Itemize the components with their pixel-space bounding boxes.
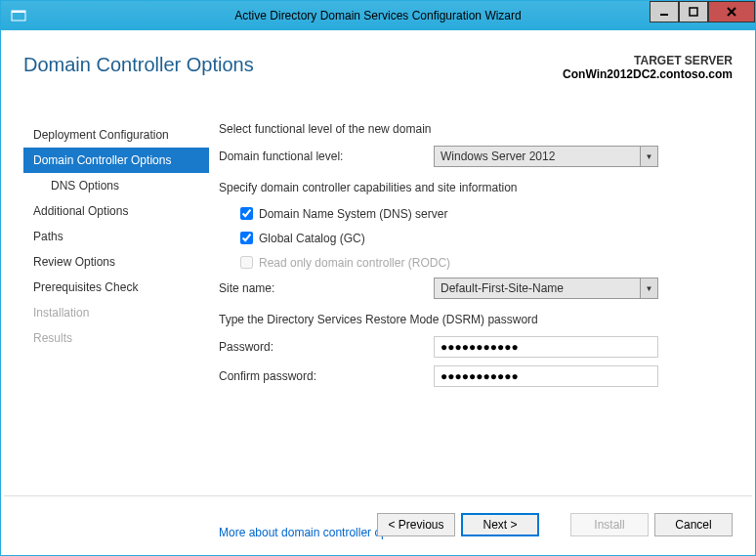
dns-checkbox-row: Domain Name System (DNS) server	[219, 204, 723, 223]
app-icon	[9, 6, 28, 25]
domain-functional-level-value: Windows Server 2012	[435, 147, 640, 166]
sidebar-item-paths[interactable]: Paths	[23, 224, 209, 249]
sidebar-item-installation: Installation	[23, 300, 209, 325]
chevron-down-icon[interactable]: ▼	[640, 278, 657, 298]
target-server-block: TARGET SERVER ConWin2012DC2.contoso.com	[563, 54, 733, 81]
sidebar-item-additional-options[interactable]: Additional Options	[23, 198, 209, 224]
dns-checkbox[interactable]	[240, 207, 253, 220]
confirm-password-input[interactable]	[434, 365, 658, 387]
gc-checkbox-row: Global Catalog (GC)	[219, 229, 723, 247]
main-panel: Select functional level of the new domai…	[209, 122, 752, 484]
titlebar: Active Directory Domain Services Configu…	[1, 1, 755, 30]
sidebar-item-prerequisites-check[interactable]: Prerequisites Check	[23, 275, 209, 300]
section-capabilities: Specify domain controller capabilities a…	[219, 181, 723, 194]
sidebar: Deployment Configuration Domain Controll…	[23, 122, 209, 484]
next-button[interactable]: Next >	[461, 513, 539, 536]
sidebar-item-dns-options[interactable]: DNS Options	[23, 173, 209, 198]
section-dsrm: Type the Directory Services Restore Mode…	[219, 313, 723, 326]
gc-checkbox[interactable]	[240, 232, 253, 244]
window-title: Active Directory Domain Services Configu…	[1, 9, 755, 22]
minimize-button[interactable]	[650, 1, 679, 22]
close-button[interactable]	[708, 1, 755, 22]
password-input[interactable]	[434, 336, 658, 358]
footer: < Previous Next > Install Cancel	[4, 495, 752, 552]
rodc-checkbox-row: Read only domain controller (RODC)	[219, 253, 723, 272]
sidebar-item-review-options[interactable]: Review Options	[23, 249, 209, 275]
site-name-label: Site name:	[219, 281, 434, 295]
window-controls	[650, 1, 755, 22]
target-server-label: TARGET SERVER	[563, 54, 733, 67]
section-functional-level: Select functional level of the new domai…	[219, 122, 723, 136]
sidebar-item-results: Results	[23, 325, 209, 351]
domain-functional-level-label: Domain functional level:	[219, 150, 434, 163]
domain-functional-level-combo[interactable]: Windows Server 2012 ▼	[434, 146, 658, 167]
password-label: Password:	[219, 340, 434, 354]
chevron-down-icon[interactable]: ▼	[640, 147, 657, 166]
sidebar-item-deployment-configuration[interactable]: Deployment Configuration	[23, 122, 209, 148]
previous-button[interactable]: < Previous	[377, 513, 455, 536]
target-server-name: ConWin2012DC2.contoso.com	[563, 67, 733, 81]
maximize-button[interactable]	[679, 1, 708, 22]
rodc-checkbox	[240, 256, 253, 269]
confirm-password-label: Confirm password:	[219, 369, 434, 383]
sidebar-item-domain-controller-options[interactable]: Domain Controller Options	[23, 148, 209, 173]
rodc-checkbox-label: Read only domain controller (RODC)	[259, 256, 450, 270]
site-name-combo[interactable]: Default-First-Site-Name ▼	[434, 278, 658, 299]
wizard-window: Active Directory Domain Services Configu…	[0, 0, 756, 556]
svg-rect-1	[12, 11, 25, 13]
header-row: Domain Controller Options TARGET SERVER …	[4, 34, 752, 122]
site-name-value: Default-First-Site-Name	[435, 278, 640, 298]
gc-checkbox-label: Global Catalog (GC)	[259, 232, 365, 245]
cancel-button[interactable]: Cancel	[654, 513, 733, 536]
dns-checkbox-label: Domain Name System (DNS) server	[259, 207, 447, 221]
svg-rect-3	[690, 8, 697, 16]
install-button: Install	[570, 513, 649, 536]
